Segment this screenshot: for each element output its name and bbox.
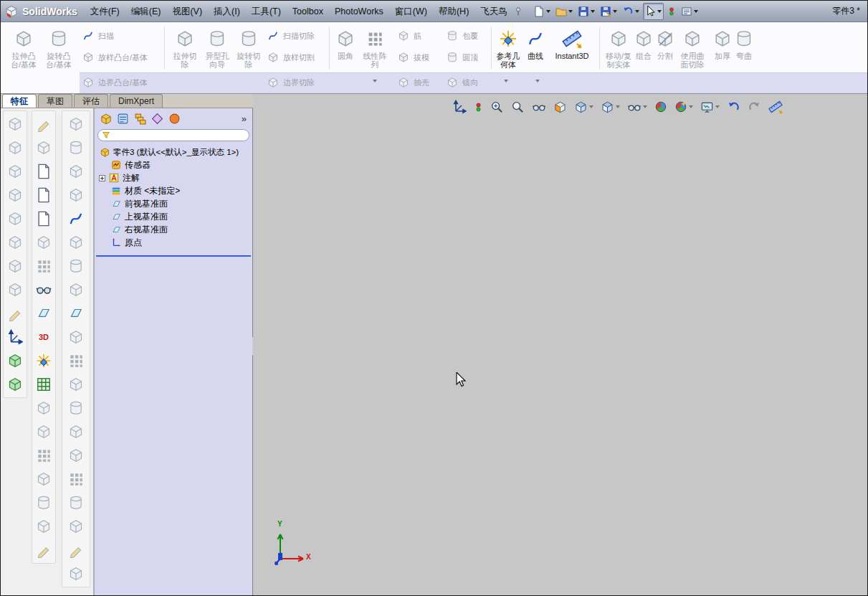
lofted-boss-button[interactable]: 放样凸台/基体 [81, 49, 148, 65]
dome-button[interactable]: 圆顶 [445, 49, 478, 65]
reference-geometry-button[interactable]: 参考几 何体 [493, 28, 523, 69]
lofted-cut-button[interactable]: 放样切割 [266, 49, 315, 65]
menu-insert[interactable]: 插入(I) [208, 1, 246, 22]
appearance-sphere-icon[interactable] [654, 100, 667, 113]
view-orientation-icon[interactable] [601, 100, 620, 114]
extruded-boss-button[interactable]: 拉伸凸 台/基体 [6, 28, 41, 69]
tree-row-right-plane[interactable]: 右视基准面 [95, 223, 252, 236]
edit-appearance-icon[interactable] [574, 100, 593, 114]
toolbar-icon-feature-20[interactable] [67, 564, 85, 583]
dimxpertmanager-tab-icon[interactable] [151, 112, 164, 126]
new-document-button[interactable] [532, 3, 552, 20]
toolbar-icon-feature-12[interactable] [67, 375, 85, 394]
section-view-icon[interactable] [553, 100, 567, 114]
options-button[interactable] [679, 3, 700, 20]
toolbar-icon-feature-3[interactable] [67, 162, 85, 181]
propertymanager-tab-icon[interactable] [116, 112, 130, 126]
make-drawing-button[interactable] [598, 3, 619, 20]
toolbar-icon-feature-5[interactable] [67, 209, 85, 228]
tree-filter-input[interactable] [113, 131, 245, 140]
toolbar-icon-sketch-edit[interactable] [6, 304, 24, 323]
open-button[interactable] [554, 3, 574, 20]
toolbar-icon-feature-17[interactable] [67, 493, 85, 512]
toolbar-icon-smart-dimension[interactable] [34, 138, 53, 157]
toolbar-icon-feature-19[interactable] [67, 541, 85, 559]
tree-row-material[interactable]: 材质 <未指定> [95, 184, 252, 197]
displaymanager-tab-icon[interactable] [168, 112, 181, 126]
rollback-bar[interactable] [96, 255, 251, 257]
toolbar-icon-normal-to[interactable] [6, 328, 24, 346]
rebuild-button[interactable] [666, 3, 677, 20]
draft-button[interactable]: 拔模 [396, 49, 429, 65]
tree-row-origin[interactable]: 原点 [95, 236, 252, 249]
tab-dimxpert[interactable]: DimXpert [110, 94, 163, 108]
toolbar-icon-isometric-view[interactable] [6, 280, 24, 299]
tree-row-annotations[interactable]: 注解 [95, 171, 252, 184]
menu-photoworks[interactable]: PhotoWorks [329, 1, 389, 22]
toolbar-icon-block-5[interactable] [34, 493, 53, 512]
revolved-boss-button[interactable]: 旋转凸 台/基体 [42, 28, 76, 69]
toolbar-icon-feature-4[interactable] [67, 186, 85, 204]
measure-icon[interactable] [768, 100, 783, 114]
menu-window[interactable]: 窗口(W) [389, 1, 433, 22]
move-copy-bodies-button[interactable]: 移动/复 制实体 [601, 28, 636, 69]
toolbar-icon-front-view[interactable] [6, 138, 24, 157]
panel-overflow-chevron[interactable]: » [242, 113, 248, 124]
toolbar-icon-block-6[interactable] [34, 517, 53, 536]
boundary-boss-button[interactable]: 边界凸台/基体 [81, 75, 148, 90]
split-button[interactable]: 分割 [654, 28, 676, 60]
toolbar-icon-block-2[interactable] [34, 422, 53, 441]
hide-show-items-icon[interactable] [627, 100, 647, 114]
graphics-area[interactable]: Y X [253, 94, 867, 595]
toolbar-icon-back-view[interactable] [6, 162, 24, 181]
featuremanager-tab-icon[interactable] [99, 112, 113, 126]
toolbar-icon-green-cube-1[interactable] [6, 351, 24, 370]
toolbar-icon-standard-view[interactable] [6, 115, 24, 133]
zoom-fit-icon[interactable] [490, 100, 504, 114]
toolbar-icon-feature-13[interactable] [67, 399, 85, 417]
toolbar-icon-block-7[interactable] [34, 541, 53, 559]
combine-button[interactable]: 组合 [633, 28, 654, 60]
fillet-button[interactable]: 圆角 [332, 28, 359, 60]
toolbar-icon-colored-sketch[interactable] [34, 351, 53, 370]
toolbar-icon-feature-7[interactable] [67, 257, 85, 275]
toolbar-icon-feature-1[interactable] [67, 115, 85, 133]
toolbar-icon-green-cube-2[interactable] [6, 375, 24, 394]
wrap-button[interactable]: 包覆 [445, 28, 478, 44]
rib-button[interactable]: 筋 [396, 28, 421, 44]
swept-cut-button[interactable]: 扫描切除 [266, 28, 315, 44]
expand-plus-icon[interactable] [99, 175, 105, 181]
configurationmanager-tab-icon[interactable] [133, 112, 147, 126]
flex-button[interactable]: 弯曲 [733, 28, 755, 60]
hole-wizard-button[interactable]: 异型孔 向导 [200, 28, 234, 69]
toolbar-icon-feature-16[interactable] [67, 470, 85, 488]
toolbar-icon-feature-6[interactable] [67, 233, 85, 252]
toolbar-icon-annotation[interactable] [34, 186, 53, 204]
tab-sketch[interactable]: 草图 [38, 94, 72, 108]
tab-features[interactable]: 特征 [2, 94, 37, 108]
toolbar-icon-feature-8[interactable] [67, 280, 85, 299]
zoom-area-icon[interactable] [511, 100, 525, 114]
toolbar-icon-weld-symbol[interactable] [34, 257, 53, 275]
toolbar-icon-feature-14[interactable] [67, 422, 85, 441]
stoplight-icon[interactable] [474, 100, 483, 114]
menu-view[interactable]: 视图(V) [166, 1, 208, 22]
toolbar-icon-surface-finish[interactable] [34, 233, 53, 252]
toolbar-icon-top-view[interactable] [6, 233, 24, 252]
pin-icon[interactable] [513, 6, 523, 16]
boundary-cut-button[interactable]: 边界切除 [266, 75, 315, 90]
apply-scene-icon[interactable] [674, 100, 693, 113]
toolbar-icon-balloon[interactable] [34, 209, 53, 228]
tab-evaluate[interactable]: 评估 [74, 94, 108, 108]
revolved-cut-button[interactable]: 旋转切 除 [232, 28, 266, 69]
toolbar-icon-feature-9[interactable] [67, 304, 85, 323]
instant3d-button[interactable]: Instant3D [548, 28, 596, 60]
swept-boss-button[interactable]: 扫描 [81, 28, 114, 44]
toolbar-icon-feature-11[interactable] [67, 351, 85, 370]
toolbar-icon-block-4[interactable] [34, 470, 53, 488]
cut-with-surface-button[interactable]: 使用曲 面切除 [676, 28, 709, 69]
thicken-button[interactable]: 加厚 [712, 28, 733, 60]
reference-geometry-dropdown-icon[interactable] [504, 80, 508, 82]
undo-button[interactable] [621, 3, 641, 20]
tree-row-sensors[interactable]: 传感器 [95, 159, 252, 171]
